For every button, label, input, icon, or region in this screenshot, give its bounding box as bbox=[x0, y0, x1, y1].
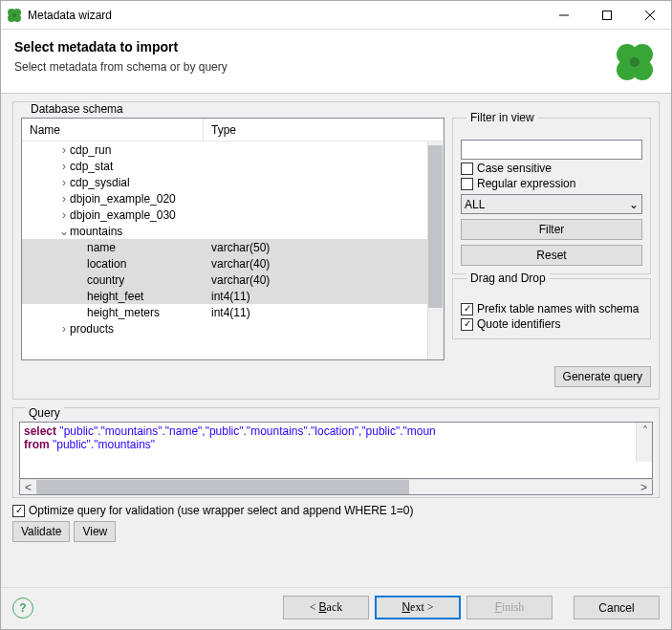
chevron-down-icon: ⌄ bbox=[629, 198, 639, 211]
scroll-right-icon[interactable]: > bbox=[636, 479, 652, 495]
page-title: Select metadata to import bbox=[14, 39, 612, 54]
optimize-checkbox[interactable]: ✓ Optimize query for validation (use wra… bbox=[12, 504, 660, 517]
tree-row[interactable]: ›dbjoin_example_020 bbox=[22, 190, 444, 206]
drag-drop-group: Drag and Drop ✓ Prefix table names with … bbox=[452, 278, 651, 339]
database-schema-group: Database schema Name Type ›cdp_run›cdp_s… bbox=[12, 101, 660, 400]
tree-row[interactable]: locationvarchar(40) bbox=[22, 255, 444, 272]
finish-button: Finish bbox=[466, 596, 553, 619]
cancel-button[interactable]: Cancel bbox=[574, 596, 660, 619]
maximize-button[interactable] bbox=[585, 1, 628, 29]
checkbox-icon bbox=[461, 163, 473, 175]
reset-button[interactable]: Reset bbox=[461, 245, 642, 266]
back-button[interactable]: < Back bbox=[283, 596, 369, 619]
quote-label: Quote identifiers bbox=[477, 317, 560, 331]
prefix-checkbox[interactable]: ✓ Prefix table names with schema bbox=[461, 302, 642, 315]
expand-icon[interactable]: ⌄ bbox=[58, 225, 70, 238]
tree-node-name: cdp_sysdial bbox=[70, 176, 130, 189]
tree-node-name: mountains bbox=[70, 225, 122, 238]
tree-node-type: varchar(40) bbox=[204, 273, 444, 287]
tree-node-name: products bbox=[70, 322, 114, 336]
tree-node-type: varchar(40) bbox=[204, 257, 444, 271]
window-title: Metadata wizard bbox=[28, 9, 542, 22]
next-button[interactable]: Next > bbox=[375, 596, 461, 619]
tree-scroll-thumb[interactable] bbox=[428, 145, 443, 308]
database-schema-label: Database schema bbox=[27, 102, 127, 116]
titlebar[interactable]: Metadata wizard bbox=[1, 1, 671, 30]
checkbox-icon: ✓ bbox=[461, 303, 473, 315]
prefix-label: Prefix table names with schema bbox=[477, 302, 639, 315]
tree-node-type: int4(11) bbox=[204, 306, 444, 319]
tree-node-name: dbjoin_example_020 bbox=[70, 192, 176, 206]
validate-button[interactable]: Validate bbox=[12, 521, 70, 542]
query-scrollbar-vertical[interactable]: ˄ bbox=[636, 423, 652, 462]
tree-row[interactable]: ›cdp_sysdial bbox=[22, 174, 444, 190]
tree-node-name: cdp_run bbox=[70, 143, 111, 157]
tree-node-name: location bbox=[87, 257, 126, 271]
close-button[interactable] bbox=[628, 1, 671, 29]
svg-point-4 bbox=[12, 13, 16, 17]
sql-keyword: from bbox=[24, 438, 50, 451]
expand-icon[interactable]: › bbox=[58, 322, 70, 336]
optimize-label: Optimize query for validation (use wrapp… bbox=[29, 504, 414, 517]
tree-row[interactable]: ›dbjoin_example_030 bbox=[22, 206, 444, 223]
scroll-left-icon[interactable]: < bbox=[20, 479, 36, 495]
help-button[interactable]: ? bbox=[12, 597, 33, 619]
regex-label: Regular expression bbox=[477, 177, 575, 190]
tree-row[interactable]: height_feetint4(11) bbox=[22, 288, 444, 304]
filter-group-label: Filter in view bbox=[466, 111, 538, 124]
expand-icon[interactable]: › bbox=[58, 208, 70, 222]
tree-row[interactable]: namevarchar(50) bbox=[22, 239, 444, 255]
column-header-name[interactable]: Name bbox=[22, 119, 204, 141]
column-header-type[interactable]: Type bbox=[204, 119, 444, 141]
expand-icon[interactable]: › bbox=[58, 176, 70, 189]
checkbox-icon bbox=[461, 178, 473, 190]
app-icon bbox=[7, 8, 22, 23]
expand-icon[interactable]: › bbox=[58, 160, 70, 173]
sql-text: "public"."mountains"."name","public"."mo… bbox=[56, 424, 436, 438]
filter-select-value: ALL bbox=[465, 198, 485, 211]
page-subtitle: Select metadata from schema or by query bbox=[14, 60, 612, 74]
tree-node-name: height_feet bbox=[87, 290, 143, 303]
tree-node-name: name bbox=[87, 241, 116, 254]
schema-tree[interactable]: Name Type ›cdp_run›cdp_stat›cdp_sysdial›… bbox=[21, 118, 444, 360]
svg-rect-6 bbox=[602, 11, 611, 19]
query-group-label: Query bbox=[25, 406, 64, 420]
expand-icon[interactable]: › bbox=[58, 143, 70, 157]
tree-row[interactable]: ⌄mountains bbox=[22, 223, 444, 239]
tree-row[interactable]: countryvarchar(40) bbox=[22, 272, 444, 288]
tree-row[interactable]: ›products bbox=[22, 320, 444, 337]
filter-select[interactable]: ALL ⌄ bbox=[461, 194, 642, 214]
tree-node-name: height_meters bbox=[87, 306, 160, 319]
query-editor[interactable]: select "public"."mountains"."name","publ… bbox=[19, 422, 653, 479]
sql-keyword: select bbox=[24, 424, 56, 438]
tree-row[interactable]: ›cdp_stat bbox=[22, 158, 444, 174]
regex-checkbox[interactable]: Regular expression bbox=[461, 177, 642, 190]
svg-point-13 bbox=[630, 57, 639, 67]
metadata-wizard-window: Metadata wizard Select metadata to impor… bbox=[0, 0, 672, 630]
quote-checkbox[interactable]: ✓ Quote identifiers bbox=[461, 317, 642, 331]
case-sensitive-checkbox[interactable]: Case sensitive bbox=[461, 162, 642, 175]
query-scrollbar-horizontal[interactable]: < > bbox=[19, 479, 653, 495]
case-sensitive-label: Case sensitive bbox=[477, 162, 552, 175]
tree-row[interactable]: height_metersint4(11) bbox=[22, 304, 444, 320]
sql-text: "public"."mountains" bbox=[50, 438, 155, 451]
view-button[interactable]: View bbox=[74, 521, 116, 542]
wizard-footer: ? < Back Next > Finish Cancel bbox=[1, 587, 671, 629]
scroll-thumb[interactable] bbox=[36, 480, 409, 494]
tree-header: Name Type bbox=[22, 119, 444, 141]
tree-node-type: varchar(50) bbox=[204, 241, 444, 254]
filter-group: Filter in view Case sensitive Regular ex… bbox=[452, 118, 651, 274]
tree-scrollbar[interactable] bbox=[427, 141, 444, 359]
query-group: Query select "public"."mountains"."name"… bbox=[12, 407, 660, 498]
filter-button[interactable]: Filter bbox=[461, 219, 642, 240]
tree-row[interactable]: ›cdp_run bbox=[22, 141, 444, 158]
checkbox-icon: ✓ bbox=[461, 318, 473, 331]
expand-icon[interactable]: › bbox=[58, 192, 70, 206]
drag-drop-label: Drag and Drop bbox=[466, 272, 550, 285]
generate-query-button[interactable]: Generate query bbox=[554, 366, 651, 387]
tree-node-name: dbjoin_example_030 bbox=[70, 208, 176, 222]
filter-input[interactable] bbox=[461, 140, 642, 160]
checkbox-icon: ✓ bbox=[12, 505, 25, 517]
minimize-button[interactable] bbox=[542, 1, 585, 29]
tree-node-name: country bbox=[87, 273, 124, 287]
